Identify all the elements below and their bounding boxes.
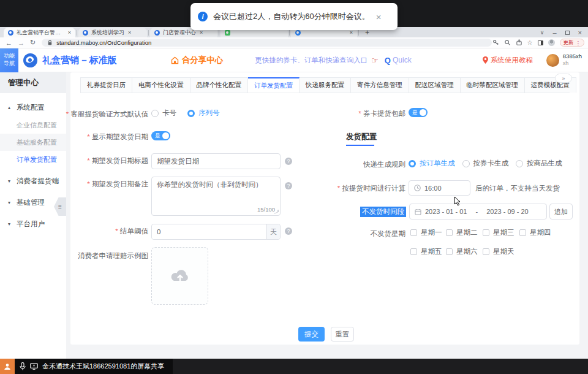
- checkbox-icon[interactable]: [483, 248, 489, 255]
- share-center-link[interactable]: 合分享中心: [171, 55, 224, 66]
- help-icon[interactable]: ?: [285, 182, 292, 189]
- reload-icon[interactable]: ↻: [30, 39, 36, 47]
- help-icon[interactable]: ?: [285, 158, 292, 165]
- calendar-icon: [415, 208, 421, 215]
- weekday-checkbox[interactable]: 星期二: [446, 228, 478, 237]
- chrome-update-button[interactable]: 更新 ⋮: [560, 39, 585, 47]
- close-threshold-input[interactable]: [152, 224, 266, 239]
- expected-note-textarea[interactable]: 你希望的发货时间（非到货时间） 15/100: [151, 177, 281, 216]
- password-key-icon[interactable]: [492, 39, 499, 46]
- banner-close-icon[interactable]: ×: [376, 12, 382, 22]
- forward-icon[interactable]: →: [18, 39, 24, 47]
- sidebar-group-label: 系统配置: [17, 103, 45, 112]
- radio-card-number[interactable]: [151, 110, 159, 117]
- checkbox-icon[interactable]: [410, 229, 417, 236]
- favicon: [295, 30, 301, 36]
- radio-by-product[interactable]: [516, 160, 523, 167]
- browser-tab-2[interactable]: 系统培训学习 ×: [78, 28, 147, 37]
- char-counter: 15/100: [257, 206, 275, 213]
- tab-express-service[interactable]: 快递服务配置: [300, 77, 351, 93]
- config-tab-bar: 礼券提货日历 电商个性化设置 品牌个性化配置 订单发货配置 快递服务配置 寄件方…: [80, 77, 570, 93]
- maximize-button[interactable]: [565, 31, 570, 35]
- radio-label[interactable]: 按订单生成: [420, 159, 455, 168]
- radio-label[interactable]: 序列号: [198, 109, 220, 118]
- tutorial-link[interactable]: 系统使用教程: [483, 56, 533, 65]
- radio-by-order[interactable]: [409, 160, 416, 167]
- participant-icon-box[interactable]: [0, 359, 15, 374]
- checkbox-icon[interactable]: [446, 248, 453, 255]
- help-icon[interactable]: ?: [285, 227, 292, 235]
- pointing-finger-icon: ☞: [371, 56, 379, 65]
- sidebar-group-platform-users[interactable]: ▾ 平台用户: [0, 215, 66, 233]
- user-name: 8385xh: [563, 53, 582, 60]
- tab-sender-info[interactable]: 寄件方信息管理: [351, 77, 409, 93]
- checkbox-icon[interactable]: [519, 229, 526, 236]
- radio-label[interactable]: 按商品生成: [527, 159, 562, 168]
- free-shipping-toggle[interactable]: 是: [409, 108, 428, 117]
- section-title-delivery-config: 发货配置: [346, 132, 377, 142]
- checkbox-icon[interactable]: [483, 229, 489, 236]
- weekday-checkbox[interactable]: 星期五: [410, 247, 442, 256]
- expected-title-input[interactable]: [151, 153, 281, 169]
- tab-order-delivery-config[interactable]: 订单发货配置: [248, 77, 300, 93]
- field-label: 券卡提货包邮: [358, 109, 405, 118]
- tab-ecommerce-custom[interactable]: 电商个性化设置: [132, 77, 190, 93]
- checkbox-icon[interactable]: [410, 248, 417, 255]
- tab-brand-custom[interactable]: 品牌个性化配置: [190, 77, 249, 93]
- claim-example-upload[interactable]: [151, 247, 208, 305]
- sidebar-item-basic-service[interactable]: 基础服务配置: [0, 134, 66, 151]
- quick-search-icon[interactable]: Q: [385, 56, 391, 65]
- tab-close-icon[interactable]: ×: [350, 29, 353, 36]
- share-center-label: 合分享中心: [182, 55, 224, 66]
- radio-by-voucher[interactable]: [462, 160, 470, 167]
- share-status-text: 金禾通技术王斌18662591081的屏幕共享: [42, 362, 164, 371]
- address-bar[interactable]: standard.maboy.cn/OrdConfiguration: [42, 39, 492, 47]
- tabsearch-chevron-icon[interactable]: ∨: [540, 29, 545, 36]
- append-button[interactable]: 追加: [549, 204, 573, 219]
- screen-share-icon[interactable]: [30, 363, 38, 370]
- quick-label[interactable]: Quick: [393, 56, 412, 64]
- weekday-checkbox[interactable]: 星期六: [446, 247, 478, 256]
- tab-delivery-area[interactable]: 配送区域管理: [409, 77, 461, 93]
- window-close-button[interactable]: ×: [578, 29, 582, 36]
- radio-label[interactable]: 按券卡生成: [473, 159, 509, 168]
- tab-close-icon[interactable]: ×: [68, 29, 71, 36]
- minimize-button[interactable]: –: [552, 29, 556, 36]
- submit-button[interactable]: 提交: [298, 327, 325, 342]
- show-expected-toggle[interactable]: 是: [151, 131, 170, 140]
- back-icon[interactable]: ←: [6, 39, 12, 47]
- weekday-checkbox[interactable]: 星期三: [483, 228, 514, 237]
- function-nav-button[interactable]: 功能导航: [0, 48, 18, 72]
- sidebar-item-order-delivery[interactable]: 订单发货配置: [0, 151, 66, 168]
- weekday-checkbox[interactable]: 星期一: [410, 228, 442, 237]
- reset-button[interactable]: 重置: [331, 327, 354, 342]
- tab-gift-calendar[interactable]: 礼券提货日历: [80, 77, 132, 93]
- tab-close-icon[interactable]: ×: [200, 29, 203, 36]
- sidebar-item-enterprise-info[interactable]: 企业信息配置: [0, 116, 66, 134]
- browser-tab-1[interactable]: 礼盒营销平台管理中心 ×: [4, 28, 75, 37]
- tab-close-icon[interactable]: ×: [128, 29, 131, 36]
- checkbox-icon[interactable]: [446, 229, 453, 236]
- radio-label[interactable]: 卡号: [162, 109, 176, 118]
- pickup-time-input[interactable]: 16:00: [409, 180, 470, 196]
- microphone-icon[interactable]: [20, 362, 26, 370]
- profile-avatar[interactable]: [548, 39, 555, 46]
- browser-tab-label: 系统培训学习: [91, 29, 124, 37]
- clock-icon: [414, 185, 421, 191]
- weekday-checkbox[interactable]: 星期四: [519, 228, 551, 237]
- no-ship-daterange-input[interactable]: 2023 - 01 - 01 - 2023 - 09 - 20: [409, 204, 547, 219]
- sidebar-group-consumer[interactable]: ▾ 消费者提货端: [0, 172, 66, 190]
- tab-temp-restricted-area[interactable]: 临时禁配区域管理: [461, 77, 525, 93]
- bookmark-star-icon[interactable]: ☆: [527, 39, 533, 46]
- sidebar-group-system-config[interactable]: ▴ 系统配置: [0, 98, 66, 116]
- radio-serial-number[interactable]: [187, 110, 195, 117]
- resize-handle-icon[interactable]: [274, 210, 279, 214]
- share-icon[interactable]: [516, 39, 522, 46]
- more-tabs-button[interactable]: »: [555, 74, 572, 83]
- weekday-checkbox[interactable]: 星期天: [483, 247, 514, 256]
- user-menu[interactable]: 8385xh xh: [546, 53, 582, 67]
- toggle-on-label: 是: [155, 132, 160, 140]
- split-screen-icon[interactable]: [538, 40, 543, 45]
- sidebar-item-label: 企业信息配置: [17, 121, 57, 130]
- zoom-icon[interactable]: [504, 39, 511, 46]
